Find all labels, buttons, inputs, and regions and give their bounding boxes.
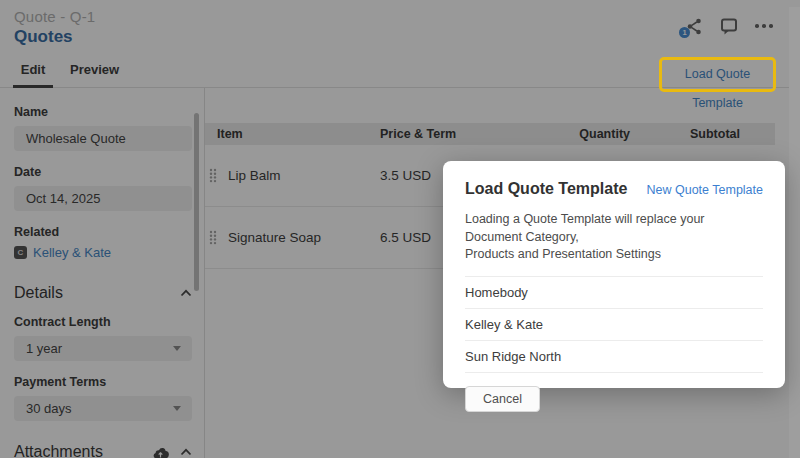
modal-description: Loading a Quote Template will replace yo… <box>465 211 763 264</box>
template-option[interactable]: Kelley & Kate <box>465 308 763 340</box>
modal-title: Load Quote Template <box>465 180 627 198</box>
quote-page: Quote - Q-1 Quotes 1 Edit Preview <box>0 0 800 458</box>
template-option[interactable]: Homebody <box>465 276 763 308</box>
new-quote-template-link[interactable]: New Quote Template <box>647 183 764 197</box>
template-list: Homebody Kelley & Kate Sun Ridge North <box>465 276 763 373</box>
load-template-highlight-ring <box>659 57 776 92</box>
load-quote-template-modal: Load Quote Template New Quote Template L… <box>443 161 785 388</box>
cancel-button[interactable]: Cancel <box>465 386 540 412</box>
page-scrollbar[interactable] <box>789 7 800 458</box>
template-option[interactable]: Sun Ridge North <box>465 340 763 372</box>
list-divider <box>465 372 763 373</box>
